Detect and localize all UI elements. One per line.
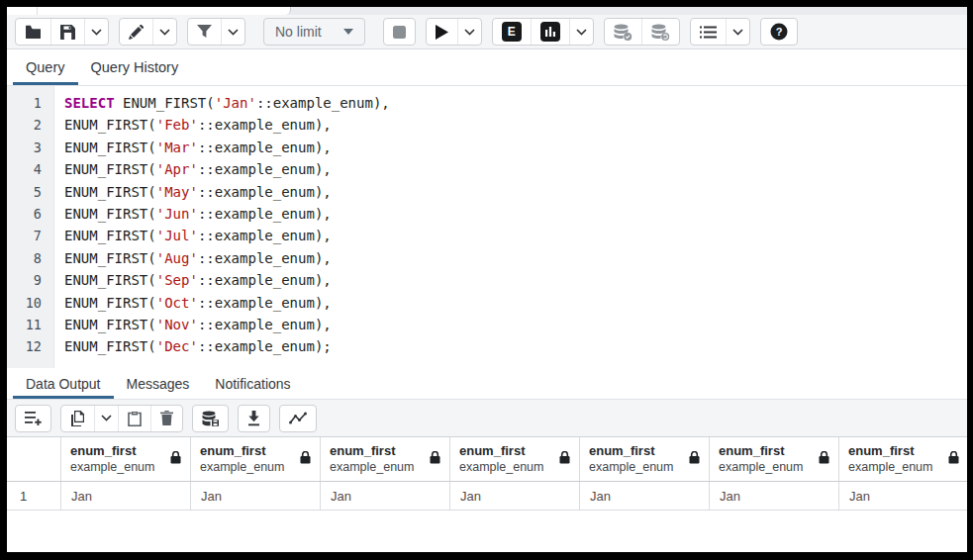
sql-editor[interactable]: 123456789101112 SELECT ENUM_FIRST('Jan':…: [7, 86, 967, 368]
column-header[interactable]: enum_firstexample_enum: [61, 437, 191, 481]
explain-options-button[interactable]: [569, 19, 593, 45]
lock-icon: [430, 451, 440, 467]
save-results-to-file-button[interactable]: [239, 406, 269, 431]
rollback-button[interactable]: [641, 19, 679, 45]
column-name: enum_first: [848, 443, 944, 459]
table-cell[interactable]: Jan: [839, 482, 967, 510]
save-data-changes-button[interactable]: [193, 406, 228, 431]
sql-text: ENUM_FIRST(: [64, 272, 156, 288]
table-cell[interactable]: Jan: [191, 482, 321, 510]
table-cell[interactable]: Jan: [321, 482, 450, 510]
table-cell[interactable]: Jan: [580, 482, 710, 510]
line-number: 1: [7, 92, 53, 114]
sql-string: 'May': [156, 184, 198, 200]
filter-options-button[interactable]: [221, 19, 244, 45]
line-number: 11: [7, 314, 53, 335]
line-number: 10: [7, 292, 53, 314]
edit-button[interactable]: [120, 19, 152, 45]
tab-messages[interactable]: Messages: [114, 368, 203, 399]
screenshot-frame: No limit: [0, 0, 973, 560]
sql-text: ENUM_FIRST(: [64, 338, 156, 354]
line-number: 5: [7, 181, 53, 203]
code-lines[interactable]: SELECT ENUM_FIRST('Jan'::example_enum),E…: [54, 86, 967, 368]
sql-text: ::example_enum),: [198, 206, 332, 222]
macros-button[interactable]: [691, 19, 726, 45]
open-file-button[interactable]: [16, 19, 50, 45]
column-header-text: enum_firstexample_enum: [848, 443, 944, 475]
sql-text: ::example_enum),: [198, 228, 332, 243]
line-number: 12: [7, 335, 53, 357]
sql-text: ENUM_FIRST(: [64, 206, 156, 222]
sql-keyword: SELECT: [64, 95, 115, 111]
column-type: example_enum: [200, 459, 296, 475]
add-row-button[interactable]: [16, 406, 50, 431]
data-output-toolbar: [7, 400, 967, 437]
tab-query-history[interactable]: Query History: [78, 49, 192, 85]
code-line: ENUM_FIRST('May'::example_enum),: [64, 181, 967, 203]
execute-button[interactable]: [427, 19, 457, 45]
column-header[interactable]: enum_firstexample_enum: [321, 437, 450, 481]
stop-button[interactable]: [384, 19, 415, 45]
sql-text: ::example_enum),: [198, 317, 332, 332]
edit-button-group: [119, 18, 177, 46]
save-data-button-group: [192, 405, 229, 432]
save-file-button[interactable]: [50, 19, 84, 45]
column-header[interactable]: enum_firstexample_enum: [580, 437, 710, 481]
tab-data-output[interactable]: Data Output: [13, 368, 114, 399]
rollback-icon: [651, 24, 670, 41]
sql-string: 'Feb': [156, 117, 198, 133]
explain-analyze-button[interactable]: [531, 19, 569, 45]
explain-icon: E: [502, 22, 522, 42]
sql-text: ::example_enum),: [256, 95, 390, 111]
execute-options-chevron-icon: [464, 29, 475, 36]
column-header[interactable]: enum_firstexample_enum: [191, 437, 321, 481]
tab-notifications[interactable]: Notifications: [202, 368, 303, 399]
table-cell[interactable]: Jan: [450, 482, 580, 510]
copy-options-button[interactable]: [94, 406, 118, 431]
graph-visualiser-icon: [289, 412, 307, 424]
column-header[interactable]: enum_firstexample_enum: [839, 437, 967, 481]
edit-options-button[interactable]: [152, 19, 176, 45]
sql-string: 'Jun': [156, 206, 198, 222]
column-type: example_enum: [719, 459, 815, 475]
commit-button[interactable]: [605, 19, 641, 45]
add-row-button-group: [15, 405, 51, 432]
explain-button[interactable]: E: [493, 19, 531, 45]
copy-button[interactable]: [61, 406, 94, 431]
filter-button[interactable]: [188, 19, 221, 45]
save-data-changes-icon: [202, 411, 219, 426]
execute-options-button[interactable]: [457, 19, 481, 45]
edit-icon: [129, 25, 144, 40]
save-options-button[interactable]: [84, 19, 108, 45]
column-header[interactable]: enum_firstexample_enum: [450, 437, 580, 481]
sql-text: ENUM_FIRST(: [64, 184, 156, 200]
save-results-button-group: [238, 405, 270, 432]
code-line: ENUM_FIRST('Mar'::example_enum),: [64, 137, 967, 158]
row-limit-value: No limit: [275, 24, 322, 40]
row-limit-select[interactable]: No limit: [263, 18, 365, 46]
column-header-text: enum_firstexample_enum: [459, 443, 555, 475]
lock-icon: [948, 451, 959, 467]
sql-string: 'Dec': [156, 338, 198, 354]
add-row-icon: [25, 411, 42, 425]
sql-text: ::example_enum),: [198, 117, 332, 133]
help-button[interactable]: ?: [761, 19, 797, 45]
tab-query[interactable]: Query: [13, 49, 78, 85]
graph-visualiser-button[interactable]: [280, 406, 316, 431]
sql-string: 'Mar': [156, 140, 198, 155]
table-cell[interactable]: Jan: [710, 482, 839, 510]
code-line: ENUM_FIRST('Jun'::example_enum),: [64, 203, 967, 225]
sql-text: ::example_enum);: [198, 338, 332, 354]
sql-text: ENUM_FIRST(: [115, 95, 215, 111]
line-number-gutter: 123456789101112: [7, 86, 54, 368]
macros-options-button[interactable]: [726, 19, 749, 45]
sql-text: ENUM_FIRST(: [64, 117, 156, 133]
sql-text: ::example_enum),: [198, 161, 332, 177]
delete-button[interactable]: [150, 406, 182, 431]
column-header[interactable]: enum_firstexample_enum: [710, 437, 839, 481]
filter-button-group: [187, 18, 245, 46]
table-row: 1 JanJanJanJanJanJanJan: [7, 482, 967, 511]
table-cell[interactable]: Jan: [61, 482, 191, 510]
paste-button[interactable]: [118, 406, 150, 431]
row-number-cell[interactable]: 1: [7, 482, 61, 510]
